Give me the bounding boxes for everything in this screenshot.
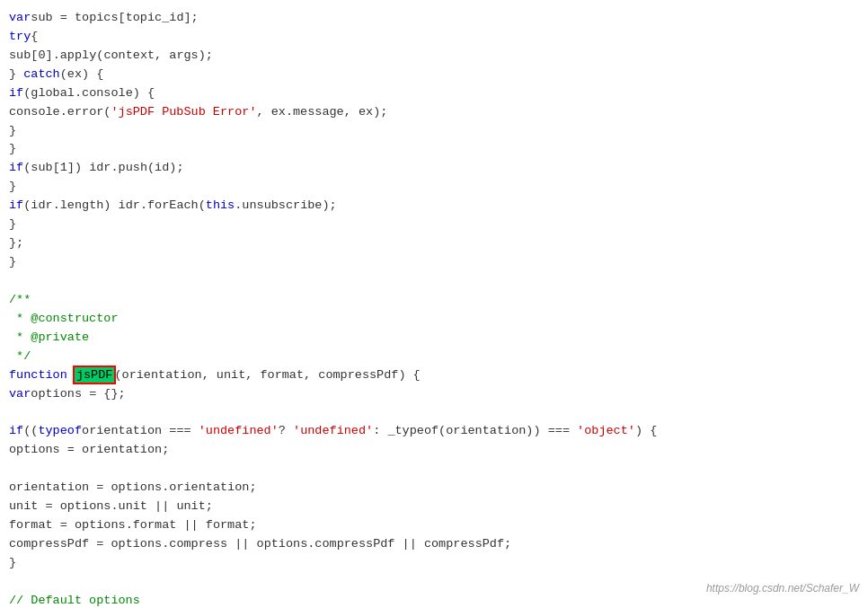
code-line: orientation = options.orientation; xyxy=(0,479,868,498)
code-line: * @private xyxy=(0,329,868,348)
code-line: format = options.format || format; xyxy=(0,516,868,535)
code-line: var options = {}; xyxy=(0,385,868,404)
code-line xyxy=(0,460,868,479)
code-line: */ xyxy=(0,348,868,366)
code-line: } catch (ex) { xyxy=(0,66,868,84)
code-line: if (global.console) { xyxy=(0,84,868,103)
highlight-jspdf: jsPDF xyxy=(75,367,115,383)
code-line: if ((typeof orientation === 'undefined' … xyxy=(0,422,868,441)
code-line: var sub = topics[topic_id]; xyxy=(0,9,868,28)
code-line: try { xyxy=(0,28,868,47)
code-container: var sub = topics[topic_id]; try { sub[0]… xyxy=(0,0,868,608)
code-line: }; xyxy=(0,234,868,253)
code-line: } xyxy=(0,122,868,141)
code-line xyxy=(0,272,868,291)
code-line: * @constructor xyxy=(0,310,868,329)
code-line: } xyxy=(0,216,868,234)
code-line: } xyxy=(0,253,868,272)
code-lines: var sub = topics[topic_id]; try { sub[0]… xyxy=(0,9,868,608)
code-line: function jsPDF(orientation, unit, format… xyxy=(0,366,868,385)
code-line: } xyxy=(0,178,868,197)
code-line: console.error('jsPDF PubSub Error', ex.m… xyxy=(0,103,868,122)
code-line: } xyxy=(0,554,868,573)
code-line: if (sub[1]) idr.push(id); xyxy=(0,159,868,178)
code-line: unit = options.unit || unit; xyxy=(0,498,868,516)
code-line: options = orientation; xyxy=(0,441,868,460)
code-line xyxy=(0,403,868,422)
code-line: sub[0].apply(context, args); xyxy=(0,47,868,66)
code-line: compressPdf = options.compress || option… xyxy=(0,535,868,554)
code-line: if (idr.length) idr.forEach(this.unsubsc… xyxy=(0,197,868,216)
code-line: } xyxy=(0,140,868,159)
watermark: https://blog.csdn.net/Schafer_W xyxy=(706,582,859,595)
code-line: /** xyxy=(0,291,868,310)
